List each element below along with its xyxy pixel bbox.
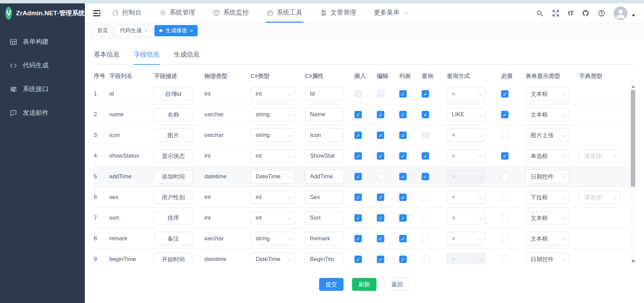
query-type-select[interactable]: = [447,149,485,163]
required-checkbox[interactable] [501,214,509,222]
query-checkbox[interactable] [422,152,429,160]
edit-checkbox[interactable] [377,173,384,180]
required-checkbox[interactable] [501,152,509,160]
nav-item-5[interactable]: 文章管理 [319,3,357,23]
insert-checkbox[interactable] [354,152,362,160]
list-checkbox[interactable] [399,111,407,118]
query-type-select[interactable]: LIKE [447,108,485,121]
display-type-select[interactable]: 单选框 [526,149,569,163]
required-checkbox[interactable] [501,111,509,118]
field-desc-input[interactable]: 用户性别 [154,190,192,204]
query-checkbox[interactable] [422,256,429,263]
github-icon[interactable] [582,9,589,17]
display-type-select[interactable]: 日期控件 [526,170,569,183]
sidebar-item-3[interactable]: 系统接口 [0,77,85,101]
insert-checkbox[interactable] [354,111,362,118]
query-checkbox[interactable] [422,194,429,201]
nav-item-6[interactable]: 更多菜单 [373,3,408,23]
submit-button[interactable]: 提交 [319,278,344,291]
insert-checkbox[interactable] [354,173,362,180]
query-type-select[interactable]: = [447,190,485,204]
insert-checkbox[interactable] [354,132,362,139]
query-checkbox[interactable] [422,214,429,222]
csharp-type-select[interactable]: string [251,128,295,142]
edit-checkbox[interactable] [377,235,384,242]
field-desc-input[interactable]: 名称 [154,108,192,121]
list-checkbox[interactable] [399,214,407,222]
csharp-type-select[interactable]: int [251,211,295,225]
tab-2[interactable]: 字段信息 [134,50,160,64]
font-size-icon[interactable]: tT [568,9,573,17]
csharp-prop-input[interactable]: Sex [305,190,343,204]
required-checkbox[interactable] [501,256,509,263]
sidebar-item-1[interactable]: 表单构建 [0,30,85,54]
edit-checkbox[interactable] [377,111,384,118]
scroll-up-arrow[interactable] [631,85,635,88]
table-scrollbar[interactable] [630,84,636,264]
display-type-select[interactable]: 文本框 [526,108,569,121]
nav-item-4[interactable]: 系统工具 [266,3,303,23]
tab-1[interactable]: 基本信息 [94,50,119,64]
csharp-prop-input[interactable]: Icon [305,128,343,142]
query-checkbox[interactable] [422,173,429,180]
csharp-type-select[interactable]: string [251,232,295,245]
help-icon[interactable] [598,9,605,17]
list-checkbox[interactable] [399,132,407,139]
csharp-prop-input[interactable]: Sort [305,211,343,225]
display-type-select[interactable]: 文本框 [526,211,569,225]
display-type-select[interactable]: 文本框 [526,87,569,101]
query-type-select[interactable]: = [447,128,485,142]
sidebar-item-2[interactable]: 代码生成 [0,54,85,77]
insert-checkbox[interactable] [354,256,362,263]
sidebar-collapse-icon[interactable] [92,3,103,23]
close-icon[interactable]: × [190,28,193,33]
required-checkbox[interactable] [501,90,509,98]
query-type-select[interactable]: = [447,87,485,101]
edit-checkbox[interactable] [377,214,384,222]
insert-checkbox[interactable] [354,194,362,201]
scroll-down-arrow[interactable] [631,260,635,263]
edit-checkbox[interactable] [377,256,384,263]
display-type-select[interactable]: 下拉框 [526,190,569,204]
field-desc-input[interactable]: 自增id [154,87,192,101]
csharp-type-select[interactable]: int [251,87,295,101]
query-type-select[interactable]: = [447,211,485,225]
nav-item-3[interactable]: 系统监控 [212,3,250,23]
csharp-prop-input[interactable]: ShowStat [305,149,343,163]
csharp-type-select[interactable]: DateTime [251,252,295,264]
query-checkbox[interactable] [422,235,429,242]
csharp-prop-input[interactable]: Id [305,87,343,101]
sidebar-item-4[interactable]: 发送邮件 [0,101,85,125]
tag-2[interactable]: 代码生成× [115,25,152,36]
field-desc-input[interactable]: 备注 [154,232,192,245]
csharp-prop-input[interactable]: AddTime [305,170,343,183]
csharp-type-select[interactable]: string [251,108,295,121]
tab-3[interactable]: 生成信息 [174,50,200,64]
refresh-button[interactable]: 刷新 [352,278,376,291]
display-type-select[interactable]: 文本框 [526,232,569,245]
field-desc-input[interactable]: 添加时间 [154,170,192,183]
query-checkbox[interactable] [422,111,429,118]
list-checkbox[interactable] [399,256,407,263]
list-checkbox[interactable] [399,173,407,180]
nav-item-2[interactable]: 系统管理 [159,3,196,23]
dict-type-select[interactable]: 请选择 [579,190,620,204]
display-type-select[interactable]: 图片上传 [526,128,569,142]
list-checkbox[interactable] [399,235,407,242]
required-checkbox[interactable] [501,132,509,139]
search-icon[interactable] [536,9,544,17]
dict-type-select[interactable]: 请选择 [579,149,620,163]
edit-checkbox[interactable] [377,132,384,139]
csharp-type-select[interactable]: DateTime [251,170,295,183]
field-desc-input[interactable]: 排序 [154,211,192,225]
back-button[interactable]: 返回 [385,278,409,291]
required-checkbox[interactable] [501,235,509,242]
csharp-prop-input[interactable]: Name [305,108,343,121]
list-checkbox[interactable] [399,90,407,98]
field-desc-input[interactable]: 开始时间 [154,252,192,264]
field-desc-input[interactable]: 图片 [154,128,192,142]
edit-checkbox[interactable] [377,152,384,160]
tag-3[interactable]: 生成修改× [154,25,198,36]
fullscreen-icon[interactable] [552,9,559,17]
close-icon[interactable]: × [145,28,147,33]
